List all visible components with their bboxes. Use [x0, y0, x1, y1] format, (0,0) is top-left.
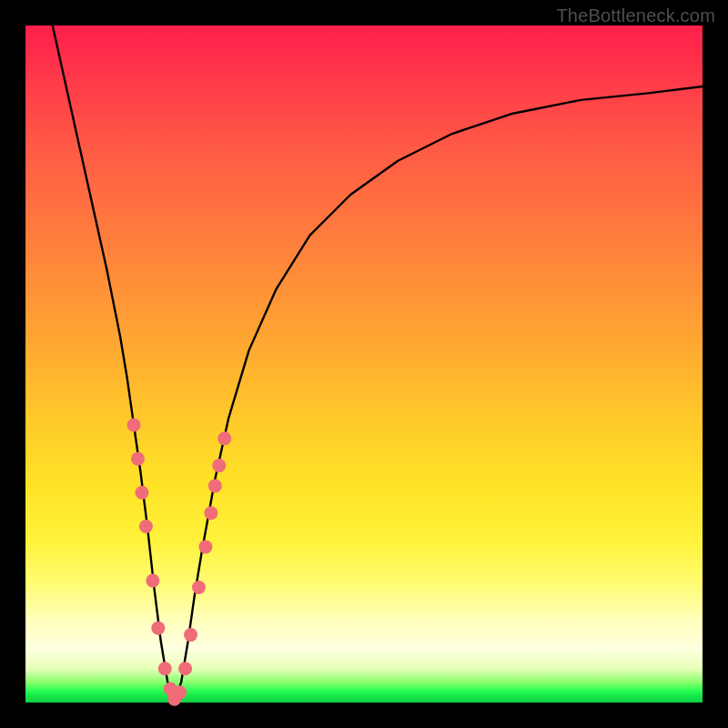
marker-dot	[173, 685, 187, 699]
marker-dot	[131, 452, 145, 466]
marker-dot	[192, 581, 206, 594]
marker-dot	[184, 628, 197, 642]
frame: TheBottleneck.com	[0, 0, 728, 728]
marker-dot	[198, 540, 212, 553]
marker-dot	[135, 486, 148, 500]
marker-dot	[178, 662, 192, 675]
marker-dot	[151, 622, 165, 635]
marker-dot	[204, 506, 217, 520]
marker-dot	[217, 431, 231, 445]
marker-dot	[208, 479, 222, 492]
marker-dot	[127, 418, 141, 431]
chart-svg	[25, 25, 703, 703]
bottleneck-curve	[53, 25, 703, 703]
marker-dot	[158, 662, 172, 675]
marker-dot	[212, 459, 226, 472]
marker-dot	[139, 520, 153, 533]
highlight-dots	[127, 418, 232, 705]
watermark-text: TheBottleneck.com	[556, 5, 715, 26]
plot-area	[25, 25, 703, 703]
marker-dot	[146, 574, 159, 588]
